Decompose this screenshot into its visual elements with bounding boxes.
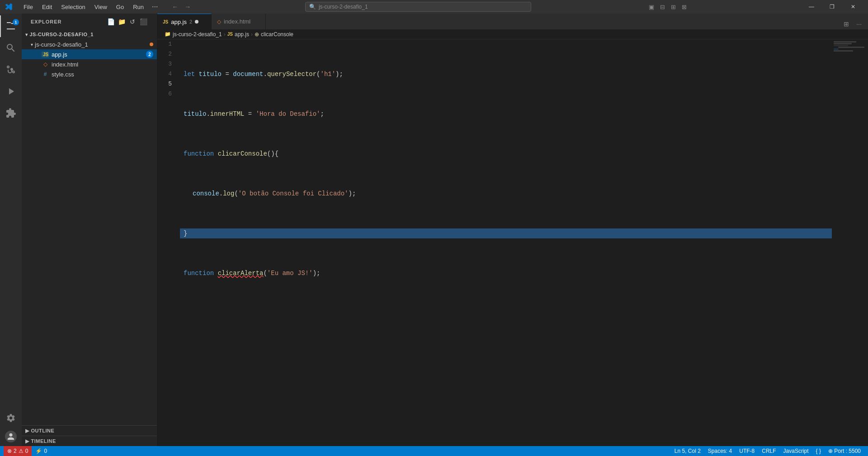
activity-bar-bottom — [0, 407, 22, 446]
file-tree: ▾ JS-CURSO-2-DESAFIO_1 ▾ js-curso-2-desa… — [22, 29, 157, 425]
code-line-6[interactable]: function clicarAlerta('Eu amo JS!'); — [180, 268, 832, 278]
tab-indexhtml-label: index.html — [224, 18, 250, 25]
activity-extensions[interactable] — [0, 102, 22, 124]
menu-go[interactable]: Go — [113, 3, 127, 11]
maximize-button[interactable]: ❐ — [822, 0, 843, 14]
activity-settings[interactable] — [0, 407, 22, 429]
status-errors[interactable]: ⊗ 2 ⚠ 0 — [4, 446, 32, 456]
file-stylecss[interactable]: # style.css — [22, 69, 157, 79]
live-share-icon: { } — [816, 448, 821, 454]
remote-count: 0 — [44, 448, 47, 454]
file-indexhtml[interactable]: ◇ index.html — [22, 59, 157, 69]
extensions-icon — [5, 108, 16, 119]
minimize-button[interactable]: — — [801, 0, 822, 14]
nav-forward-button[interactable]: → — [182, 2, 193, 12]
line-num-6: 6 — [157, 89, 175, 99]
tab-indexhtml-icon: ◇ — [217, 19, 221, 25]
code-line-3[interactable]: function clicarConsole(){ — [180, 149, 832, 159]
code-line-1[interactable]: let titulo = document.querySelector('h1'… — [180, 69, 832, 79]
tab-appjs-badge: 2 — [189, 19, 192, 24]
menu-run[interactable]: Run — [129, 3, 147, 11]
layout-customize-btn[interactable]: ⊠ — [679, 2, 689, 12]
warning-icon: ⚠ — [19, 448, 24, 454]
search-activity-icon — [5, 43, 16, 53]
avatar-icon — [7, 432, 15, 441]
layout-split-btn[interactable]: ⊞ — [668, 2, 678, 12]
chevron-down-icon: ▾ — [25, 32, 28, 37]
file-indexhtml-name: index.html — [52, 61, 157, 68]
status-position[interactable]: Ln 5, Col 2 — [671, 446, 704, 456]
sidebar-actions: 📄 📁 ↺ ⬛ — [106, 17, 148, 26]
layout-panel-btn[interactable]: ⊟ — [657, 2, 667, 12]
minimap — [832, 39, 868, 446]
breadcrumb-project[interactable]: js-curso-2-desafio_1 — [173, 31, 222, 38]
new-folder-button[interactable]: 📁 — [117, 17, 126, 26]
breadcrumb-symbol-icon: ⊕ — [255, 31, 259, 38]
activity-search[interactable] — [0, 37, 22, 59]
root-folder[interactable]: ▾ JS-CURSO-2-DESAFIO_1 — [22, 29, 157, 39]
status-spaces[interactable]: Spaces: 4 — [704, 446, 736, 456]
code-content[interactable]: let titulo = document.querySelector('h1'… — [180, 39, 832, 446]
status-line-ending[interactable]: CRLF — [758, 446, 779, 456]
breadcrumb-sep1: › — [224, 31, 226, 38]
collapse-all-button[interactable]: ⬛ — [139, 17, 148, 26]
split-editor-button[interactable]: ⊞ — [841, 19, 852, 29]
tab-indexhtml[interactable]: ◇ index.html — [212, 14, 266, 29]
menu-file[interactable]: File — [20, 3, 37, 11]
activity-run-debug[interactable] — [0, 81, 22, 102]
outline-label: OUTLINE — [31, 428, 55, 433]
code-line-2[interactable]: titulo.innerHTML = 'Hora do Desafio'; — [180, 109, 832, 119]
error-count: 2 — [14, 448, 17, 454]
timeline-label: TIMELINE — [31, 438, 56, 444]
menu-bar: File Edit Selection View Go Run ··· — [20, 2, 160, 12]
search-icon: 🔍 — [309, 4, 316, 10]
line-numbers: 1 2 3 4 5 6 — [157, 39, 180, 446]
file-appjs-badge: 2 — [146, 51, 153, 58]
nav-back-button[interactable]: ← — [170, 2, 180, 12]
nav-buttons: ← → — [170, 2, 193, 12]
js-file-icon: JS — [42, 52, 49, 57]
chevron-right-icon: ▶ — [25, 428, 29, 434]
new-file-button[interactable]: 📄 — [106, 17, 115, 26]
breadcrumb-file-icon: JS — [227, 32, 233, 37]
status-encoding[interactable]: UTF-8 — [736, 446, 758, 456]
timeline-section: ▶ TIMELINE — [22, 436, 157, 446]
menu-edit[interactable]: Edit — [38, 3, 56, 11]
status-bar: ⊗ 2 ⚠ 0 ⚡ 0 Ln 5, Col 2 Spaces: 4 UTF-8 … — [0, 446, 868, 456]
tab-more-button[interactable]: ··· — [854, 19, 864, 29]
outline-section: ▶ OUTLINE — [22, 425, 157, 436]
outline-header[interactable]: ▶ OUTLINE — [22, 426, 157, 436]
search-text: js-curso-2-desafio_1 — [319, 4, 368, 10]
menu-view[interactable]: View — [91, 3, 111, 11]
breadcrumb-folder-icon: 📁 — [165, 31, 171, 37]
search-bar[interactable]: 🔍 js-curso-2-desafio_1 — [305, 2, 531, 12]
refresh-button[interactable]: ↺ — [128, 17, 137, 26]
status-remote[interactable]: ⚡ 0 — [32, 446, 51, 456]
status-language[interactable]: JavaScript — [780, 446, 812, 456]
avatar[interactable] — [5, 431, 17, 442]
menu-more[interactable]: ··· — [149, 2, 160, 12]
close-button[interactable]: ✕ — [843, 0, 863, 14]
activity-explorer[interactable]: 1 — [0, 15, 22, 37]
tab-bar-actions: ⊞ ··· — [841, 19, 868, 29]
status-live-share[interactable]: { } — [812, 446, 825, 456]
status-port[interactable]: ⊕ Port : 5500 — [825, 446, 864, 456]
file-appjs[interactable]: JS app.js 2 — [22, 49, 157, 59]
timeline-header[interactable]: ▶ TIMELINE — [22, 436, 157, 446]
activity-source-control[interactable] — [0, 59, 22, 81]
chevron-down-icon: ▾ — [31, 42, 33, 47]
code-line-5[interactable]: } — [180, 228, 832, 238]
code-line-4[interactable]: console.log('O botão Console foi Clicado… — [180, 189, 832, 199]
warning-count: 0 — [25, 448, 28, 454]
tab-appjs[interactable]: JS app.js 2 — [157, 14, 212, 29]
menu-selection[interactable]: Selection — [57, 3, 89, 11]
vscode-icon — [5, 3, 13, 11]
tab-appjs-label: app.js — [171, 19, 187, 25]
layout-buttons: ▣ ⊟ ⊞ ⊠ — [646, 2, 689, 12]
subfolder[interactable]: ▾ js-curso-2-desafio_1 — [22, 39, 157, 49]
breadcrumb-symbol[interactable]: clicarConsole — [261, 31, 293, 38]
breadcrumb-file[interactable]: app.js — [235, 31, 249, 38]
breadcrumb-sep2: › — [251, 31, 253, 38]
activity-bar: 1 — [0, 14, 22, 446]
layout-sidebar-btn[interactable]: ▣ — [646, 2, 656, 12]
